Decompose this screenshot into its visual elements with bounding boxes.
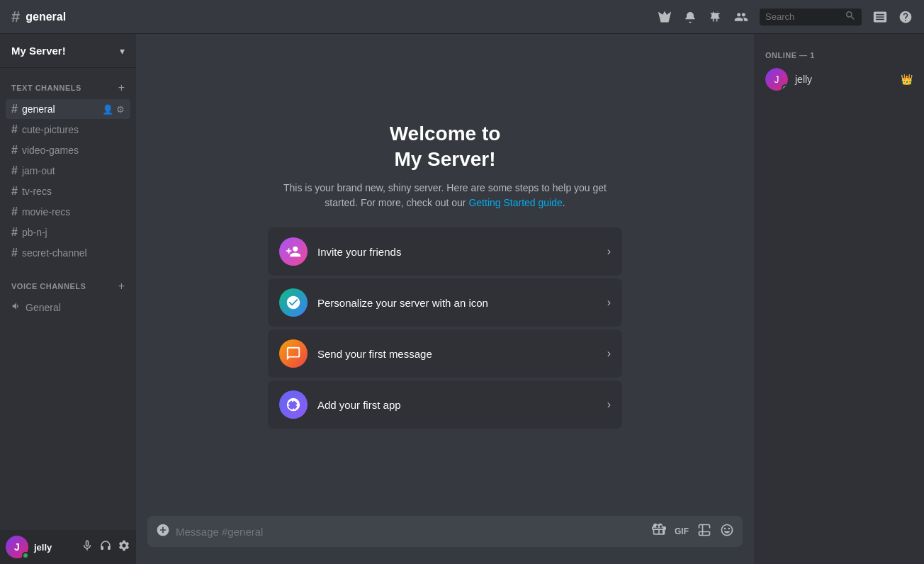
personalize-card-chevron: › [607, 296, 611, 309]
voice-channel-general[interactable]: General [6, 298, 130, 317]
channel-hash-video-games: # [11, 144, 18, 157]
headset-icon[interactable] [99, 539, 112, 555]
member-status-dot-jelly [782, 84, 788, 91]
text-channels-section: TEXT CHANNELS + # general 👤 ⚙ # cute-pic… [0, 68, 136, 266]
channel-icons-general: 👤 ⚙ [102, 104, 125, 115]
main-layout: My Server! ▾ TEXT CHANNELS + # general 👤… [0, 34, 924, 564]
message-card-icon [279, 339, 308, 368]
welcome-title: Welcome to My Server! [268, 121, 622, 173]
text-channels-header: TEXT CHANNELS + [6, 79, 130, 96]
action-cards: Invite your friends › Personalize your s… [268, 227, 622, 429]
channel-hash-icon: # [11, 8, 20, 26]
user-status-dot [22, 552, 29, 559]
add-app-card[interactable]: Add your first app › [268, 380, 622, 429]
welcome-subtitle: This is your brand new, shiny server. He… [268, 181, 622, 210]
app-card-icon [279, 390, 308, 419]
channel-item-jam-out[interactable]: # jam-out [6, 161, 130, 181]
chat-area: Welcome to My Server! This is your brand… [136, 34, 754, 564]
mic-icon[interactable] [81, 539, 94, 555]
online-members-label: ONLINE — 1 [760, 45, 918, 64]
user-panel-icons [81, 539, 130, 555]
emoji-icon[interactable] [720, 523, 734, 541]
invite-friends-label: Invite your friends [317, 246, 597, 258]
members-icon[interactable] [734, 10, 748, 24]
channel-item-video-games[interactable]: # video-games [6, 140, 130, 160]
sidebar: My Server! ▾ TEXT CHANNELS + # general 👤… [0, 34, 136, 564]
channel-item-cute-pictures[interactable]: # cute-pictures [6, 120, 130, 140]
channel-hash-jam-out: # [11, 164, 18, 177]
channel-name-general: general [22, 103, 98, 115]
message-card-chevron: › [607, 347, 611, 360]
channel-name-cute-pictures: cute-pictures [22, 124, 125, 135]
voice-icon [11, 301, 21, 313]
app-card-chevron: › [607, 398, 611, 411]
personalize-label: Personalize your server with an icon [317, 297, 597, 309]
channel-add-member-icon[interactable]: 👤 [102, 104, 113, 115]
channel-hash-pb-n-j: # [11, 226, 18, 239]
channel-name-tv-recs: tv-recs [22, 186, 125, 197]
channel-item-pb-n-j[interactable]: # pb-n-j [6, 222, 130, 242]
user-settings-icon[interactable] [118, 539, 130, 555]
user-panel: J jelly [0, 530, 136, 564]
user-avatar: J [6, 536, 28, 558]
chat-content: Welcome to My Server! This is your brand… [136, 34, 754, 516]
channel-name-movie-recs: movie-recs [22, 206, 125, 218]
send-message-label: Send your first message [317, 348, 597, 360]
message-input[interactable] [176, 526, 646, 538]
search-box[interactable] [760, 9, 862, 26]
channel-hash-cute-pictures: # [11, 123, 18, 136]
channel-hash-tv-recs: # [11, 185, 18, 198]
add-voice-channel-button[interactable]: + [118, 281, 125, 292]
top-bar: # general [0, 0, 924, 34]
getting-started-link[interactable]: Getting Started guide [468, 197, 562, 208]
channel-name-video-games: video-games [22, 145, 125, 156]
top-bar-actions [658, 9, 913, 26]
message-input-wrapper: GIF [147, 516, 743, 547]
create-thread-icon[interactable] [697, 523, 711, 541]
server-name: My Server! [11, 45, 66, 57]
add-app-label: Add your first app [317, 399, 597, 411]
channel-hash-secret-channel: # [11, 247, 18, 259]
send-message-card[interactable]: Send your first message › [268, 329, 622, 378]
gif-button[interactable]: GIF [675, 526, 689, 536]
pin-icon[interactable] [709, 10, 723, 24]
help-icon[interactable] [898, 10, 913, 24]
personalize-card[interactable]: Personalize your server with an icon › [268, 278, 622, 327]
channel-settings-icon[interactable]: ⚙ [116, 104, 125, 115]
channel-hash-general: # [11, 103, 18, 115]
personalize-card-icon [279, 288, 308, 317]
inbox-icon[interactable] [873, 10, 887, 24]
invite-card-chevron: › [607, 245, 611, 258]
message-input-icons: GIF [652, 523, 734, 541]
voice-channel-name-general: General [26, 302, 61, 313]
member-name-jelly: jelly [795, 74, 894, 85]
channel-name-pb-n-j: pb-n-j [22, 227, 125, 238]
notification-icon[interactable] [683, 10, 697, 24]
channel-item-general[interactable]: # general 👤 ⚙ [6, 99, 130, 119]
member-badge-jelly: 👑 [901, 74, 913, 85]
channel-header: # general [11, 8, 658, 26]
voice-channels-section: VOICE CHANNELS + General [0, 266, 136, 320]
invite-friends-card[interactable]: Invite your friends › [268, 227, 622, 276]
voice-channels-header: VOICE CHANNELS + [6, 278, 130, 295]
channel-name-secret-channel: secret-channel [22, 247, 125, 259]
text-channels-label: TEXT CHANNELS [11, 84, 81, 92]
gift-icon[interactable] [652, 523, 666, 541]
search-icon [845, 10, 856, 23]
add-text-channel-button[interactable]: + [118, 82, 125, 94]
member-item-jelly[interactable]: J jelly 👑 [760, 64, 918, 95]
user-name: jelly [34, 542, 75, 553]
members-panel: ONLINE — 1 J jelly 👑 [754, 34, 924, 564]
channel-item-movie-recs[interactable]: # movie-recs [6, 202, 130, 222]
channel-item-tv-recs[interactable]: # tv-recs [6, 181, 130, 201]
server-header[interactable]: My Server! ▾ [0, 34, 136, 68]
message-add-button[interactable] [156, 523, 170, 541]
message-input-bar: GIF [136, 516, 754, 564]
threads-icon[interactable] [658, 10, 672, 24]
member-avatar-jelly: J [765, 68, 788, 91]
invite-card-icon [279, 237, 308, 266]
channel-hash-movie-recs: # [11, 205, 18, 218]
welcome-box: Welcome to My Server! This is your brand… [268, 121, 622, 429]
search-input[interactable] [765, 11, 840, 22]
channel-item-secret-channel[interactable]: # secret-channel [6, 243, 130, 263]
